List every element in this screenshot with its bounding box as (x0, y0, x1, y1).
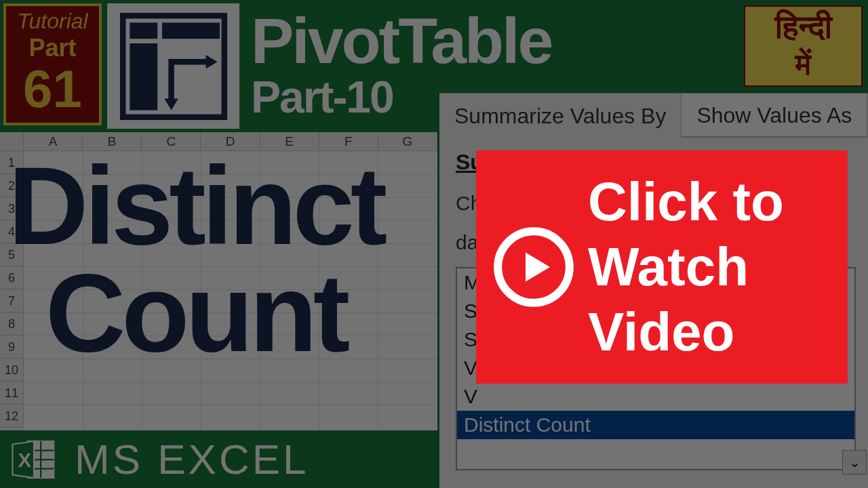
tab-summarize-values-by[interactable]: Summarize Values By (439, 94, 682, 138)
list-option[interactable]: V (457, 382, 854, 411)
badge-tutorial-label: Tutorial (6, 9, 99, 34)
play-icon (493, 226, 574, 308)
svg-marker-12 (526, 252, 550, 281)
svg-rect-1 (130, 22, 157, 39)
footer-bar: X MS EXCEL (0, 430, 437, 488)
watch-video-cta[interactable]: Click to Watch Video (476, 150, 848, 384)
hindi-line2: में (745, 47, 861, 81)
tutorial-part-badge: Tutorial Part 61 (3, 3, 102, 125)
title-main: PivotTable (251, 4, 551, 78)
svg-text:X: X (18, 449, 31, 471)
pivot-table-icon-box (107, 3, 239, 129)
headline-line1: Distinct (8, 152, 383, 260)
svg-rect-2 (162, 22, 220, 39)
language-badge-hindi: हिन्दी में (744, 5, 863, 87)
headline-line2: Count (8, 260, 383, 367)
dialog-tabs: Summarize Values By Show Values As (439, 94, 868, 137)
tab-show-values-as[interactable]: Show Values As (682, 94, 867, 137)
pivot-table-icon (116, 9, 231, 124)
hindi-line1: हिन्दी (745, 7, 861, 47)
title-part: Part-10 (251, 71, 393, 123)
badge-number: 61 (6, 62, 99, 115)
footer-label: MS EXCEL (75, 435, 309, 483)
row-header[interactable]: 12 (0, 405, 24, 428)
svg-rect-3 (130, 43, 157, 110)
excel-logo-icon: X (0, 426, 68, 489)
badge-part-label: Part (6, 34, 99, 62)
cta-text: Click to Watch Video (588, 169, 784, 365)
row-header[interactable]: 11 (0, 382, 24, 405)
headline-text: Distinct Count (8, 152, 383, 367)
scroll-down-arrow-icon[interactable]: ⌄ (842, 450, 867, 474)
list-option-distinct-count[interactable]: Distinct Count (457, 411, 854, 439)
col-header[interactable]: G (378, 132, 437, 150)
